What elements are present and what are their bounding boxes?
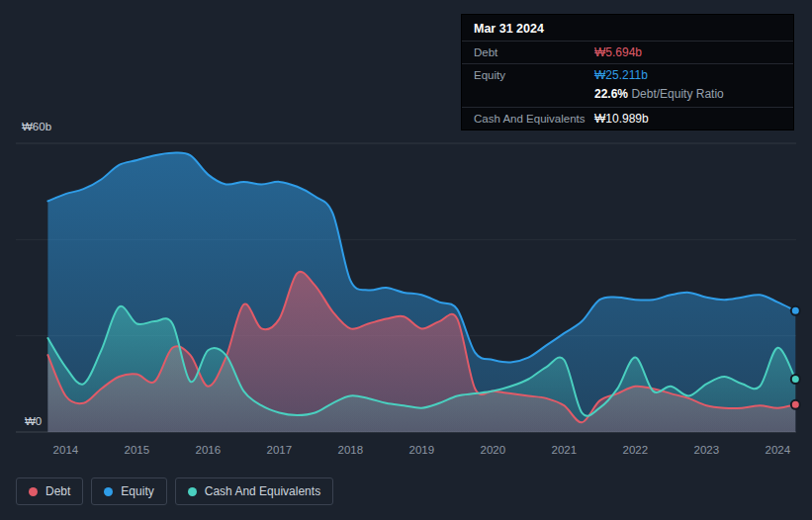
- y-axis-label-top: ₩60b: [22, 121, 51, 132]
- x-tick-label-2020: 2020: [471, 444, 514, 456]
- x-tick-label-2018: 2018: [328, 444, 372, 456]
- app-root: ₩60b ₩0 20142015201620172018201920202021…: [0, 0, 812, 520]
- x-tick-label-2024: 2024: [756, 444, 799, 456]
- tooltip-ratio: 22.6% Debt/Equity Ratio: [594, 87, 724, 101]
- x-tick-label-2016: 2016: [186, 444, 229, 456]
- equity-legend-dot: [104, 487, 113, 496]
- x-tick-label-2015: 2015: [115, 444, 158, 456]
- legend-item-debt[interactable]: Debt: [16, 477, 83, 505]
- tooltip-cash-row: Cash And Equivalents ₩10.989b: [462, 107, 793, 130]
- legend-label: Equity: [121, 484, 153, 498]
- x-tick-label-2022: 2022: [613, 444, 657, 456]
- equity-end-dot: [791, 306, 800, 315]
- tooltip-cash-label: Cash And Equivalents: [474, 113, 594, 125]
- chart-tooltip: Mar 31 2024 Debt ₩5.694b Equity ₩25.211b…: [461, 14, 794, 130]
- x-tick-label-2021: 2021: [542, 444, 586, 456]
- tooltip-equity-row: Equity ₩25.211b: [462, 63, 793, 86]
- tooltip-debt-row: Debt ₩5.694b: [462, 41, 793, 63]
- tooltip-ratio-value: 22.6%: [594, 87, 628, 101]
- x-tick-label-2019: 2019: [400, 444, 443, 456]
- cash-and-equivalents-legend-dot: [188, 487, 197, 496]
- legend-item-equity[interactable]: Equity: [91, 477, 166, 505]
- tooltip-ratio-row: 22.6% Debt/Equity Ratio: [462, 86, 793, 107]
- tooltip-debt-value: ₩5.694b: [594, 45, 642, 59]
- tooltip-equity-label: Equity: [474, 69, 594, 81]
- x-tick-label-2023: 2023: [684, 444, 728, 456]
- cash-and-equivalents-end-dot: [791, 375, 800, 384]
- legend-label: Cash And Equivalents: [205, 484, 320, 498]
- tooltip-date: Mar 31 2024: [462, 15, 793, 41]
- tooltip-ratio-label: Debt/Equity Ratio: [631, 87, 723, 101]
- tooltip-debt-label: Debt: [474, 46, 594, 58]
- debt-legend-dot: [29, 487, 38, 496]
- chart-legend: DebtEquityCash And Equivalents: [16, 477, 333, 505]
- tooltip-cash-value: ₩10.989b: [594, 112, 649, 126]
- tooltip-equity-value: ₩25.211b: [594, 68, 648, 82]
- x-tick-label-2014: 2014: [44, 444, 87, 456]
- y-axis-label-bottom: ₩0: [25, 415, 42, 427]
- legend-item-cash-and-equivalents[interactable]: Cash And Equivalents: [175, 477, 333, 505]
- x-tick-label-2017: 2017: [257, 444, 301, 456]
- debt-end-dot: [791, 400, 800, 409]
- legend-label: Debt: [45, 484, 70, 498]
